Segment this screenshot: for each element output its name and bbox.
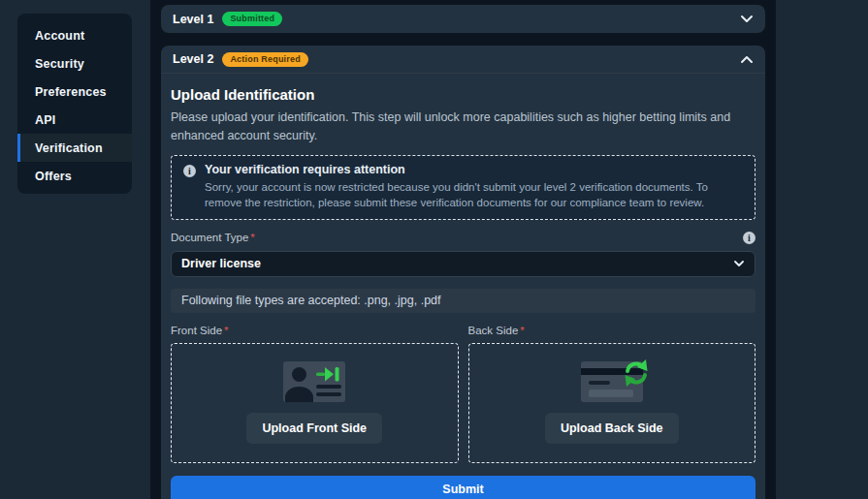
back-side-label-row: Back Side* (468, 325, 756, 336)
sidebar-item-verification[interactable]: Verification (17, 134, 132, 162)
back-side-dropzone[interactable]: Upload Back Side (468, 343, 756, 463)
level2-accordion-header[interactable]: Level 2 Action Required (161, 46, 765, 74)
document-type-selected-value: Driver license (181, 257, 261, 270)
alert-title: Your verification requires attention (205, 163, 743, 176)
front-side-column: Front Side* (171, 325, 459, 463)
sidebar-item-security[interactable]: Security (17, 49, 132, 78)
verification-alert: i Your verification requires attention S… (171, 155, 755, 220)
document-type-select[interactable]: Driver license (171, 251, 755, 277)
alert-texts: Your verification requires attention Sor… (205, 163, 743, 211)
file-types-note: Following file types are accepted: .png,… (171, 289, 755, 313)
alert-body: Sorry, your account is now restricted be… (205, 179, 743, 211)
sidebar-item-preferences[interactable]: Preferences (17, 78, 132, 106)
upload-back-side-button[interactable]: Upload Back Side (545, 413, 679, 444)
chevron-down-icon (733, 260, 745, 267)
level1-panel: Level 1 Submitted (161, 5, 765, 33)
sidebar-item-label: Account (35, 29, 84, 43)
front-side-label-text: Front Side (171, 325, 222, 336)
level2-content: Upload Identification Please upload your… (161, 74, 765, 499)
level1-accordion-header[interactable]: Level 1 Submitted (161, 5, 765, 33)
sidebar-item-label: API (35, 113, 55, 127)
sidebar-item-account[interactable]: Account (17, 21, 132, 49)
front-side-label: Front Side* (171, 325, 229, 336)
document-type-label-row: Document Type* i (171, 232, 755, 244)
level1-title: Level 1 (173, 13, 213, 26)
sidebar-item-label: Preferences (35, 85, 107, 99)
document-type-label: Document Type* (171, 232, 255, 243)
document-type-info-icon[interactable]: i (743, 232, 755, 244)
level1-status-badge: Submitted (222, 12, 282, 26)
sidebar-item-label: Verification (35, 141, 103, 155)
required-asterisk: * (250, 232, 254, 243)
back-side-label: Back Side* (468, 325, 525, 336)
section-description: Please upload your identification. This … (171, 109, 755, 145)
page-title: Upload Identification (171, 86, 755, 103)
settings-sidebar: Account Security Preferences API Verific… (17, 14, 132, 194)
sidebar-item-label: Security (35, 57, 84, 71)
sidebar-item-offers[interactable]: Offers (17, 162, 132, 190)
front-side-dropzone[interactable]: Upload Front Side (171, 343, 459, 463)
submit-button[interactable]: Submit (171, 476, 755, 499)
document-type-label-text: Document Type (171, 232, 248, 243)
chevron-up-icon (740, 55, 754, 64)
required-asterisk: * (224, 325, 228, 336)
id-card-front-icon (283, 361, 345, 402)
upload-front-side-button[interactable]: Upload Front Side (246, 413, 382, 444)
id-card-back-icon (581, 361, 643, 402)
sidebar-item-api[interactable]: API (17, 106, 132, 134)
required-asterisk: * (520, 325, 524, 336)
front-side-label-row: Front Side* (171, 325, 459, 336)
upload-grid: Front Side* (171, 325, 755, 463)
chevron-down-icon (740, 15, 754, 23)
level2-status-badge: Action Required (222, 52, 308, 67)
info-icon: i (183, 165, 196, 177)
level2-panel: Level 2 Action Required Upload Identific… (161, 46, 765, 499)
back-side-label-text: Back Side (468, 325, 519, 336)
sidebar-item-label: Offers (35, 170, 72, 183)
level2-title: Level 2 (173, 52, 213, 66)
verification-main: Level 1 Submitted Level 2 Action Require… (150, 0, 776, 499)
back-side-column: Back Side* (468, 325, 756, 463)
